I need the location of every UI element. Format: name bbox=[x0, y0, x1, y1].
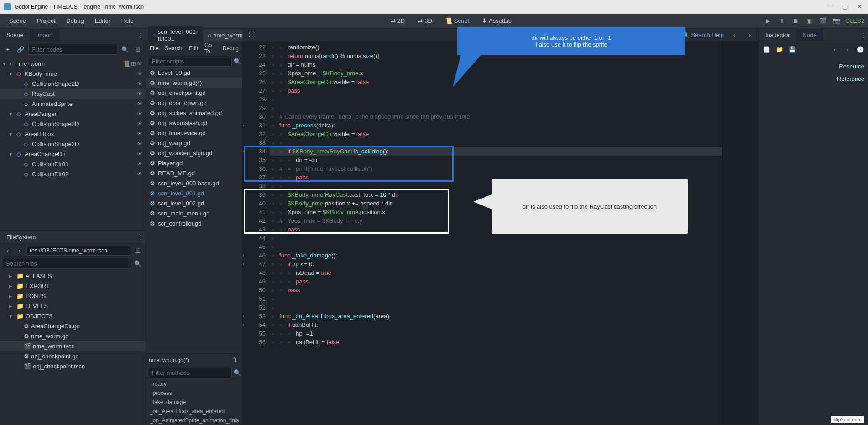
inspector-section-resource[interactable]: Resource bbox=[763, 60, 864, 73]
tree-node[interactable]: ◇AnimatedSprite👁 bbox=[0, 99, 146, 109]
inspector-menu-icon[interactable]: ⋮ bbox=[858, 30, 868, 40]
tab-inspector[interactable]: Inspector bbox=[759, 29, 796, 41]
chevron-icon[interactable]: ▾ bbox=[9, 70, 16, 77]
script-list-item[interactable]: ⚙scn_level_000-base.gd bbox=[146, 178, 242, 188]
script-list-item[interactable]: ⚙obj_timedevice.gd bbox=[146, 128, 242, 138]
script-list-item[interactable]: ⚙obj_door_down.gd bbox=[146, 98, 242, 108]
inspector-section-reference[interactable]: Reference bbox=[763, 73, 864, 85]
mode-2d[interactable]: ⇄ 2D bbox=[386, 16, 410, 26]
fs-item[interactable]: ⚙nme_worm.gd bbox=[0, 331, 146, 341]
sort-icon[interactable]: ⇅ bbox=[230, 355, 240, 365]
mode-3d[interactable]: ⇄ 3D bbox=[413, 16, 437, 26]
next-icon[interactable]: › bbox=[745, 30, 755, 40]
chevron-down-icon[interactable]: ▾ bbox=[3, 60, 9, 67]
script-menu-file[interactable]: File bbox=[150, 45, 158, 52]
visibility-icon[interactable]: 👁 bbox=[137, 141, 143, 147]
chevron-icon[interactable] bbox=[16, 161, 23, 167]
new-resource-icon[interactable]: 📄 bbox=[762, 44, 772, 54]
visibility-icon[interactable]: 👁 bbox=[137, 70, 143, 77]
fs-item[interactable]: ▸📁EXPORT bbox=[0, 281, 146, 291]
maximize-button[interactable]: ▢ bbox=[842, 3, 850, 10]
menu-debug[interactable]: Debug bbox=[61, 16, 89, 26]
visibility-icon[interactable]: 👁 bbox=[137, 161, 143, 168]
chevron-icon[interactable] bbox=[16, 90, 23, 97]
forward-button[interactable]: › bbox=[15, 246, 25, 256]
search-help-link[interactable]: 🔍 Search Help bbox=[682, 31, 724, 38]
method-item[interactable]: _process bbox=[146, 388, 242, 398]
pause-button[interactable]: ⏸ bbox=[777, 16, 787, 26]
scene-tree[interactable]: ▾ ○ nme_worm 📜 ⊞ 👁 ▾◇KBody_nme👁◇Collisio… bbox=[0, 57, 146, 230]
menu-project[interactable]: Project bbox=[31, 16, 61, 26]
script-menu-debug[interactable]: Debug bbox=[223, 45, 239, 52]
script-menu-go-to[interactable]: Go To bbox=[204, 42, 216, 55]
method-item[interactable]: _on_AreaHitbox_area_entered bbox=[146, 407, 242, 416]
script-list-item[interactable]: ⚙Level_99.gd bbox=[146, 68, 242, 78]
filter-nodes-input[interactable] bbox=[28, 44, 117, 55]
group-icon[interactable]: ⊞ bbox=[131, 60, 136, 67]
tree-node[interactable]: ◇CollisionShape2D👁 bbox=[0, 119, 146, 129]
chevron-icon[interactable] bbox=[16, 171, 23, 177]
script-list-item[interactable]: ⚙obj_checkpoint.gd bbox=[146, 88, 242, 98]
filter-methods-input[interactable] bbox=[149, 367, 232, 378]
menu-editor[interactable]: Editor bbox=[89, 16, 116, 26]
script-list-item[interactable]: ⚙READ_ME.gd bbox=[146, 168, 242, 178]
link-button[interactable]: 🔗 bbox=[16, 44, 26, 54]
search-files-input[interactable] bbox=[3, 258, 131, 269]
mode-script[interactable]: 📜 Script bbox=[440, 16, 474, 26]
visibility-icon[interactable]: 👁 bbox=[137, 131, 143, 137]
filesystem-tree[interactable]: ▸📁ATLASES▸📁EXPORT▸📁FONTS▸📁LEVELS▾📁OBJECT… bbox=[0, 270, 146, 425]
chevron-icon[interactable]: ▾ bbox=[9, 151, 16, 157]
visibility-icon[interactable]: 👁 bbox=[137, 100, 143, 107]
script-list-item[interactable]: ⚙scn_main_menu.gd bbox=[146, 208, 242, 218]
play-custom-button[interactable]: 🎬 bbox=[818, 16, 828, 26]
prev-icon[interactable]: ‹ bbox=[729, 30, 739, 40]
chevron-icon[interactable] bbox=[16, 141, 23, 147]
tree-node[interactable]: ◇CollisionDir01👁 bbox=[0, 159, 146, 169]
gles-selector[interactable]: GLES2 bbox=[845, 17, 864, 24]
search-icon[interactable]: 🔍 bbox=[120, 44, 130, 54]
tree-node[interactable]: ◇RayCast👁 bbox=[0, 89, 146, 99]
method-item[interactable]: _take_damage bbox=[146, 398, 242, 407]
tree-node[interactable]: ◇CollisionDir02👁 bbox=[0, 169, 146, 179]
tree-node[interactable]: ▾◇KBody_nme👁 bbox=[0, 68, 146, 79]
tree-node[interactable]: ▾◇AreaChangeDir👁 bbox=[0, 149, 146, 159]
load-resource-icon[interactable]: 📁 bbox=[774, 44, 784, 54]
menu-help[interactable]: Help bbox=[116, 16, 139, 26]
visibility-icon[interactable]: 👁 bbox=[137, 110, 143, 117]
history-back-icon[interactable]: ‹ bbox=[830, 44, 840, 54]
chevron-icon[interactable] bbox=[16, 100, 23, 107]
chevron-icon[interactable]: ▾ bbox=[9, 110, 16, 117]
method-item[interactable]: _on_AnimatedSprite_animation_finis bbox=[146, 416, 242, 425]
script-tab-0[interactable]: ○ scn_level_001-tuto01 bbox=[148, 26, 202, 44]
add-node-button[interactable]: + bbox=[3, 44, 13, 54]
search-icon[interactable]: 🔍 bbox=[133, 258, 143, 268]
scene-menu-icon[interactable]: ⋮ bbox=[136, 30, 146, 40]
fs-item[interactable]: ▾📁OBJECTS bbox=[0, 311, 146, 321]
tree-node[interactable]: ▾◇AreaHitbox👁 bbox=[0, 129, 146, 139]
visibility-icon[interactable]: 👁 bbox=[137, 121, 143, 127]
script-list-item[interactable]: ⚙scr_controller.gd bbox=[146, 218, 242, 228]
tab-filesystem[interactable]: FileSystem bbox=[0, 231, 42, 243]
stop-button[interactable]: ⏹ bbox=[790, 16, 800, 26]
close-button[interactable]: ✕ bbox=[857, 3, 864, 10]
script-list-item[interactable]: ⚙nme_worm.gd(*) bbox=[146, 78, 242, 88]
fs-item[interactable]: ⚙obj_checkpoint.gd bbox=[0, 351, 146, 361]
tab-scene[interactable]: Scene bbox=[0, 29, 30, 41]
fs-item[interactable]: ▸📁LEVELS bbox=[0, 301, 146, 311]
collapse-icon[interactable]: ⊞ bbox=[133, 44, 143, 54]
fs-menu-icon[interactable]: ⋮ bbox=[136, 232, 146, 242]
visibility-icon[interactable]: 👁 bbox=[137, 80, 143, 87]
script-list-item[interactable]: ⚙obj_spikes_animated.gd bbox=[146, 108, 242, 118]
script-menu-edit[interactable]: Edit bbox=[188, 45, 198, 52]
path-input[interactable] bbox=[26, 246, 131, 256]
tree-node[interactable]: ◇CollisionShape2D👁 bbox=[0, 139, 146, 149]
script-list-item[interactable]: ⚙obj_warp.gd bbox=[146, 138, 242, 148]
back-button[interactable]: ‹ bbox=[3, 246, 13, 256]
chevron-icon[interactable]: ▾ bbox=[9, 131, 16, 137]
script-menu-search[interactable]: Search bbox=[165, 45, 182, 52]
tab-node[interactable]: Node bbox=[796, 29, 823, 41]
tree-node[interactable]: ◇CollisionShape2D👁 bbox=[0, 79, 146, 89]
view-mode-icon[interactable]: ☰ bbox=[133, 246, 143, 256]
visibility-icon[interactable]: 👁 bbox=[137, 171, 143, 178]
play-button[interactable]: ▶ bbox=[763, 16, 773, 26]
